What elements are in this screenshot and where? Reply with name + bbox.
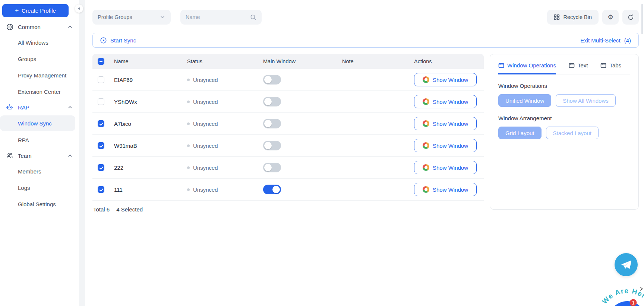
chrome-icon [423, 186, 429, 193]
start-sync-label: Start Sync [110, 37, 136, 44]
sidebar-item-window-sync[interactable]: Window Sync [0, 115, 75, 131]
status-text: Unsynced [193, 99, 218, 105]
profile-groups-select[interactable]: Profile Groups [92, 10, 171, 25]
row-checkbox[interactable] [98, 186, 104, 193]
section-label: RAP [18, 104, 67, 111]
sidebar-nav: Common All Windows Groups Proxy Manageme… [0, 19, 79, 212]
section-label: Team [18, 153, 67, 159]
status-dot-icon [187, 166, 190, 169]
sidebar-section-team[interactable]: Team [0, 148, 79, 163]
app-root: + Create Profile Common All Windows Grou… [0, 0, 644, 306]
select-all-checkbox[interactable] [98, 58, 104, 65]
toolbar: Profile Groups Recycle Bin ⚙ [92, 10, 639, 25]
tab-tabs[interactable]: Tabs [600, 62, 621, 74]
table-row: 111 Unsynced Show Window [92, 179, 484, 201]
row-checkbox[interactable] [98, 164, 104, 171]
show-window-button[interactable]: Show Window [414, 73, 477, 86]
sidebar-item-logs[interactable]: Logs [0, 179, 79, 196]
show-window-button[interactable]: Show Window [414, 139, 477, 152]
button-label: Show All Windows [563, 98, 609, 104]
unified-window-button[interactable]: Unified Window [498, 94, 551, 107]
main-window-toggle[interactable] [263, 119, 281, 128]
row-checkbox[interactable] [98, 120, 104, 127]
item-label: Extension Center [18, 89, 61, 95]
grid-layout-button[interactable]: Grid Layout [498, 127, 542, 139]
row-checkbox[interactable] [98, 142, 104, 149]
sidebar-item-all-windows[interactable]: All Windows [0, 34, 79, 51]
exit-multi-select-button[interactable]: Exit Multi-Select (4) [580, 37, 631, 44]
col-main-window: Main Window [259, 58, 338, 64]
window-icon [498, 63, 504, 68]
tab-window-operations[interactable]: Window Operations [498, 62, 556, 74]
sidebar-section-common[interactable]: Common [0, 19, 79, 34]
row-checkbox[interactable] [98, 76, 104, 83]
show-window-label: Show Window [433, 121, 468, 127]
toggle-knob [264, 76, 272, 83]
show-window-button[interactable]: Show Window [414, 161, 477, 174]
grid-icon [554, 14, 560, 20]
sidebar-section-rap[interactable]: RAP [0, 100, 79, 115]
tab-text[interactable]: Text [569, 62, 588, 74]
sidebar-item-proxy-management[interactable]: Proxy Management [0, 67, 79, 83]
window-icon [569, 63, 575, 68]
show-all-windows-button[interactable]: Show All Windows [556, 94, 616, 107]
row-checkbox[interactable] [98, 98, 104, 105]
tab-label: Text [578, 62, 588, 68]
show-window-button[interactable]: Show Window [414, 117, 477, 130]
col-note: Note [338, 58, 410, 64]
toggle-knob [272, 186, 280, 193]
main-window-toggle[interactable] [263, 75, 281, 85]
main-window-toggle[interactable] [263, 141, 281, 150]
window-operations-panel: Window Operations Text Tabs Window Opera… [490, 54, 639, 210]
main-content: Profile Groups Recycle Bin ⚙ Start Sync [85, 0, 644, 306]
search-icon[interactable] [250, 14, 256, 20]
button-label: Grid Layout [505, 130, 534, 136]
tab-label: Window Operations [507, 62, 556, 68]
sidebar-collapse-button[interactable] [75, 4, 83, 13]
stacked-layout-button[interactable]: Stacked Layout [546, 127, 599, 139]
sidebar-item-rpa[interactable]: RPA [0, 132, 79, 148]
telegram-button[interactable] [615, 253, 638, 276]
status-dot-icon [187, 188, 190, 191]
sidebar-item-members[interactable]: Members [0, 163, 79, 179]
table-row: A7bico Unsynced Show Window [92, 113, 484, 135]
col-actions: Actions [410, 58, 484, 64]
window-icon [600, 63, 606, 68]
profile-name: W91maB [110, 143, 183, 149]
button-label: Stacked Layout [553, 130, 591, 136]
profile-name: YShOWx [110, 99, 183, 105]
status-dot-icon [187, 144, 190, 147]
main-window-toggle[interactable] [263, 163, 281, 172]
show-window-label: Show Window [433, 77, 468, 83]
item-label: Groups [18, 56, 36, 62]
window-arrangement-buttons: Grid Layout Stacked Layout [498, 127, 630, 139]
settings-button[interactable]: ⚙ [602, 10, 619, 25]
sidebar: + Create Profile Common All Windows Grou… [0, 0, 79, 306]
sidebar-item-extension-center[interactable]: Extension Center [0, 83, 79, 100]
edge-expand-arrow[interactable] [639, 286, 644, 293]
table-row: YShOWx Unsynced Show Window [92, 91, 484, 113]
table-header: Name Status Main Window Note Actions [92, 54, 484, 69]
scrollbar-thumb[interactable] [641, 4, 643, 34]
chrome-icon [423, 120, 429, 127]
start-sync-button[interactable]: Start Sync [100, 37, 136, 44]
recycle-bin-button[interactable]: Recycle Bin [547, 10, 599, 25]
main-window-toggle[interactable] [263, 185, 281, 194]
team-icon [6, 152, 13, 159]
show-window-button[interactable]: Show Window [414, 95, 477, 108]
refresh-icon [628, 14, 634, 20]
sidebar-item-groups[interactable]: Groups [0, 51, 79, 67]
chevron-right-icon [639, 286, 644, 291]
profile-name: A7bico [110, 121, 183, 127]
name-search-input[interactable] [186, 14, 250, 20]
show-window-label: Show Window [433, 143, 468, 149]
section-label: Common [18, 24, 67, 30]
refresh-button[interactable] [622, 10, 639, 25]
main-window-toggle[interactable] [263, 97, 281, 106]
gear-icon: ⚙ [607, 14, 613, 20]
create-profile-button[interactable]: + Create Profile [2, 4, 69, 17]
chrome-icon [423, 76, 429, 83]
name-search [180, 10, 262, 25]
show-window-button[interactable]: Show Window [414, 183, 477, 196]
sidebar-item-global-settings[interactable]: Global Settings [0, 196, 79, 212]
